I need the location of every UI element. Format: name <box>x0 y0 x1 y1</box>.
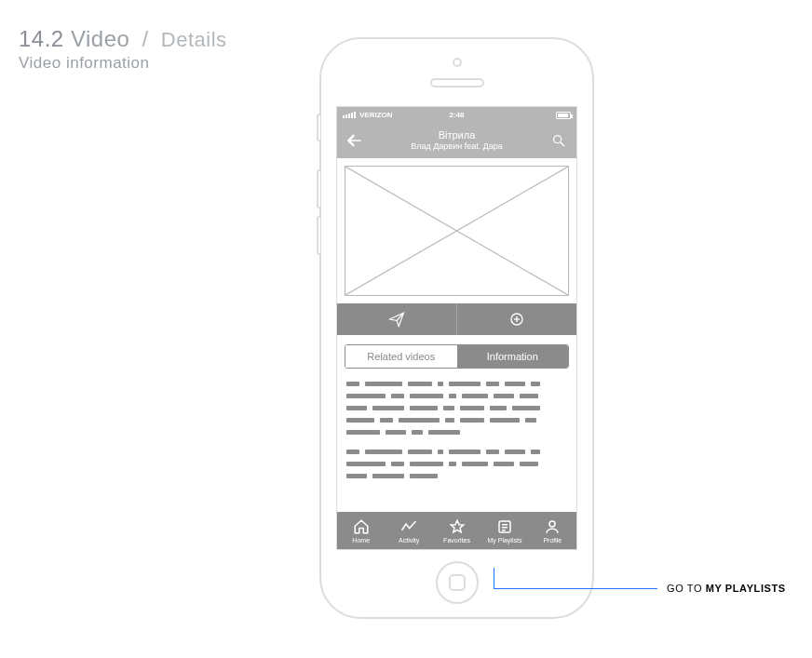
tab-bar: Home Activity Favorites My Playlists Pro… <box>337 512 576 549</box>
tab-activity[interactable]: Activity <box>385 512 432 549</box>
header-title-group: Вітрила Влад Дарвин feat. Дара <box>411 129 503 152</box>
tab-home-label: Home <box>352 537 370 544</box>
paper-plane-icon <box>388 311 405 328</box>
plus-circle-icon <box>508 311 525 328</box>
tab-favorites-label: Favorites <box>443 537 470 544</box>
tab-related-videos[interactable]: Related videos <box>345 345 457 368</box>
page-subtitle: Video information <box>19 54 227 73</box>
tab-home[interactable]: Home <box>337 512 385 549</box>
search-icon <box>551 133 566 148</box>
video-placeholder[interactable] <box>345 166 569 296</box>
phone-side-button <box>317 169 320 208</box>
battery-icon <box>556 112 571 119</box>
section-number: 14.2 <box>19 26 64 51</box>
phone-home-button[interactable] <box>436 561 479 604</box>
section-sub: Details <box>161 28 227 51</box>
signal-bars-icon <box>343 112 356 118</box>
information-content <box>337 376 576 495</box>
home-square-icon <box>449 574 466 591</box>
tab-information[interactable]: Information <box>457 345 569 368</box>
phone-side-button <box>317 114 320 141</box>
clock-label: 2:48 <box>449 111 464 119</box>
svg-marker-7 <box>451 520 464 532</box>
tab-activity-label: Activity <box>399 537 419 544</box>
placeholder-x-icon <box>345 167 568 295</box>
back-arrow-icon <box>345 131 364 150</box>
add-button[interactable] <box>456 303 576 335</box>
callout-target: MY PLAYLISTS <box>706 583 786 594</box>
share-button[interactable] <box>337 303 456 335</box>
action-bar <box>337 303 576 335</box>
page-heading: 14.2 Video / Details Video information <box>19 26 227 73</box>
home-icon <box>353 518 370 535</box>
screen: VERIZON 2:48 Вітрила Влад Дарвин feat. Д… <box>336 106 577 550</box>
slash-separator: / <box>137 26 155 51</box>
phone-frame: VERIZON 2:48 Вітрила Влад Дарвин feat. Д… <box>319 37 594 619</box>
tab-my-playlists-label: My Playlists <box>487 537 521 544</box>
phone-speaker <box>430 78 484 87</box>
phone-camera <box>453 58 462 67</box>
phone-side-button <box>317 216 320 255</box>
nav-header: Вітрила Влад Дарвин feat. Дара <box>337 123 576 158</box>
segmented-tabs-wrap: Related videos Information <box>337 335 576 376</box>
carrier-label: VERIZON <box>359 111 393 119</box>
status-bar: VERIZON 2:48 <box>337 107 576 123</box>
profile-icon <box>544 518 561 535</box>
video-title: Вітрила <box>411 129 503 141</box>
search-button[interactable] <box>548 130 569 151</box>
activity-icon <box>400 518 417 535</box>
svg-line-1 <box>561 142 564 146</box>
svg-point-12 <box>549 521 555 527</box>
tab-my-playlists[interactable]: My Playlists <box>480 512 528 549</box>
star-icon <box>449 518 466 535</box>
segmented-tabs: Related videos Information <box>345 344 569 369</box>
playlist-icon <box>496 518 513 535</box>
callout-prefix: GO TO <box>667 583 706 594</box>
section-title: Video <box>71 26 129 51</box>
svg-point-0 <box>554 136 562 143</box>
tab-profile-label: Profile <box>543 537 562 544</box>
tab-favorites[interactable]: Favorites <box>433 512 480 549</box>
back-button[interactable] <box>345 130 365 151</box>
video-artist: Влад Дарвин feat. Дара <box>411 141 503 152</box>
callout-my-playlists: GO TO MY PLAYLISTS <box>494 577 773 614</box>
tab-profile[interactable]: Profile <box>529 512 576 549</box>
